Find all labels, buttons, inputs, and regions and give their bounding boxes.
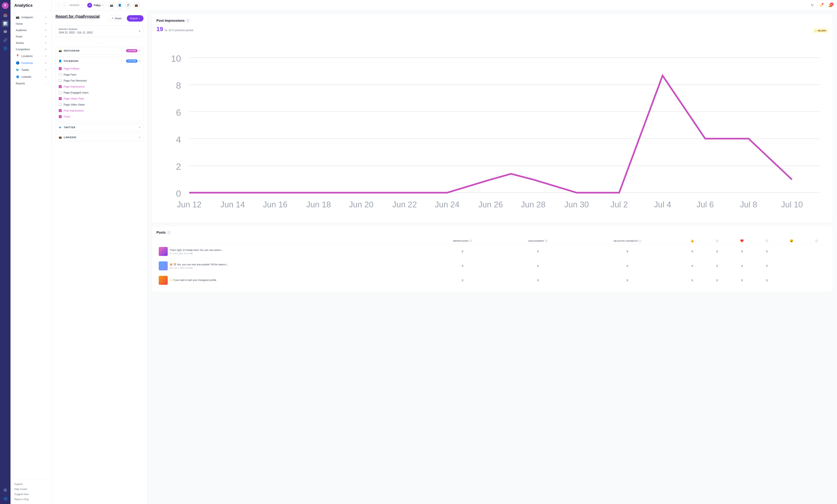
metric-page-engaged-users[interactable]: Page Engaged Users	[56, 90, 143, 96]
post-thumbnail	[159, 262, 168, 270]
instagram-section-header[interactable]: 📸 INSTAGRAM 1 ACTIVE ▾	[56, 47, 143, 55]
instagram-platform-icon: 📸	[108, 2, 115, 8]
sidebar-item-audience[interactable]: Audience ▾	[14, 27, 49, 33]
metric-page-impressions[interactable]: Page Impressions	[56, 84, 143, 90]
share-button[interactable]: ↗ Share	[108, 15, 125, 21]
platform-tiktok[interactable]: 🎵	[125, 2, 132, 9]
sidebar-item-label-audience: Audience	[16, 29, 26, 32]
col-header-heart: ❤️	[729, 237, 755, 244]
messages-icon[interactable]: 💬	[2, 29, 8, 35]
sidebar-item-posts[interactable]: Posts ▾	[14, 33, 49, 40]
users-icon[interactable]: 👥	[2, 495, 8, 502]
sidebar-item-twitter[interactable]: 🐦 Twitter ▾	[14, 66, 49, 73]
col-header-negative-feedback: NEGATIVE FEEDBACK ?	[576, 237, 679, 244]
report-bug-link[interactable]: Report a Bug	[14, 497, 49, 502]
post-neg-feedback-2: 0	[576, 259, 679, 273]
sidebar-item-competitors[interactable]: Competitors ▾	[14, 46, 49, 53]
post-impressions-checkbox[interactable]	[59, 109, 62, 112]
platform-facebook[interactable]: 📘	[116, 2, 123, 9]
metric-page-follows[interactable]: Page Follows	[56, 66, 143, 72]
table-row: That's right, it's finally here! You can…	[157, 244, 828, 259]
sidebar-item-label-stories: Stories	[16, 41, 24, 44]
facebook-platform-name: 📘 FACEBOOK	[59, 60, 78, 62]
refresh-icon[interactable]: ↻	[809, 2, 815, 8]
metric-page-fans[interactable]: Page Fans	[56, 72, 143, 78]
chevron-down-icon: ▾	[102, 4, 103, 6]
calendar-icon[interactable]: 📅	[2, 12, 8, 19]
page-fans-checkbox[interactable]	[59, 73, 62, 76]
notification-badge: 50+	[830, 3, 834, 6]
account-name: Pallyy	[94, 4, 101, 7]
posts-checkbox[interactable]	[59, 115, 62, 118]
post-text-2: 🎉 🎊 Yes, you can now auto-publish TikTok…	[170, 263, 229, 266]
sidebar-item-instagram[interactable]: 📸 Instagram ▾	[14, 14, 49, 21]
help-center-link[interactable]: Help Center	[14, 487, 49, 492]
posts-info-icon[interactable]: ?	[167, 231, 171, 234]
metric-page-video-views[interactable]: Page Video Views	[56, 102, 143, 108]
lightning-icon[interactable]: ⚡	[818, 2, 824, 8]
svg-text:6: 6	[176, 108, 181, 118]
table-row: ✨ If you had to start your Instagram pro…	[157, 273, 828, 288]
chevron-down-icon: ▾	[139, 29, 140, 33]
col-header-thumbsup: 👍	[679, 237, 706, 244]
page-follows-checkbox[interactable]	[59, 67, 62, 70]
download-icon: ↓	[139, 17, 140, 20]
post-thumbnail	[159, 247, 168, 256]
settings-icon[interactable]: ⚙️	[2, 487, 8, 493]
metric-page-fan-removes[interactable]: Page Fan Removes	[56, 78, 143, 84]
svg-text:Jun 22: Jun 22	[392, 200, 417, 209]
support-link[interactable]: Support	[14, 482, 49, 487]
period-selector[interactable]: REPORT PERIOD JUN 12, 2022 - JUL 11, 202…	[55, 25, 143, 37]
export-button[interactable]: Export ↓	[127, 15, 143, 21]
post-r4-3: 0	[755, 273, 778, 288]
metric-posts[interactable]: Posts	[56, 114, 143, 120]
sidebar-item-linkedin[interactable]: 🔷 LinkedIn ▾	[14, 73, 49, 80]
metric-page-views-total[interactable]: Page Views Total	[56, 96, 143, 102]
page-fan-removes-checkbox[interactable]	[59, 79, 62, 82]
svg-text:Jul 4: Jul 4	[654, 200, 671, 209]
sidebar-item-reports[interactable]: Reports ›	[14, 80, 49, 87]
sidebar-item-stories[interactable]: Stories ▾	[14, 40, 49, 46]
platform-linkedin[interactable]: 💼	[133, 2, 140, 9]
post-r3-2: 0	[729, 259, 755, 273]
notification-bell-icon[interactable]: 🔔 50+	[827, 2, 833, 8]
links-icon[interactable]: 🔗	[2, 37, 8, 43]
nav-back-button[interactable]: ‹	[55, 3, 61, 8]
suggest-idea-link[interactable]: Suggest Idea	[14, 492, 49, 497]
chevron-down-icon: ▾	[45, 69, 46, 71]
sidebar-item-home[interactable]: Home ▾	[14, 21, 49, 27]
platform-instagram[interactable]: 📸	[108, 2, 115, 9]
twitter-section-header[interactable]: 🐦 TWITTER ▾	[56, 124, 143, 131]
page-views-total-checkbox[interactable]	[59, 97, 62, 100]
metric-post-impressions[interactable]: Post Impressions	[56, 108, 143, 114]
nav-arrows: ‹ ›	[55, 3, 67, 8]
page-engaged-users-label: Page Engaged Users	[64, 91, 89, 94]
page-impressions-checkbox[interactable]	[59, 85, 62, 88]
col-header-r2: ?	[706, 237, 729, 244]
chevron-down-icon: ▾	[45, 48, 46, 51]
sidebar-title: Analytics	[11, 0, 52, 11]
sidebar-item-locations[interactable]: 📍 Locations ▾	[14, 53, 49, 59]
facebook-section-header[interactable]: 📘 FACEBOOK 5 ACTIVE ▾	[56, 57, 143, 65]
chart-info-icon[interactable]: ?	[186, 19, 190, 22]
sidebar-item-label-competitors: Competitors	[16, 48, 30, 51]
page-video-views-checkbox[interactable]	[59, 103, 62, 106]
app-logo[interactable]: P	[2, 2, 8, 9]
twitter-icon: 🐦	[16, 68, 19, 72]
post-impressions-1: 0	[425, 244, 500, 259]
impressions-info-icon[interactable]: ?	[469, 240, 472, 242]
negative-feedback-info-icon[interactable]: ?	[639, 240, 641, 242]
account-selector[interactable]: P Pallyy ▾	[85, 1, 106, 9]
engagement-info-icon[interactable]: ?	[545, 240, 548, 242]
sidebar-item-facebook[interactable]: 🔵 Facebook ▾	[14, 59, 49, 66]
linkedin-section-header[interactable]: 💼 LINKEDIN ▾	[56, 134, 143, 141]
page-engaged-users-checkbox[interactable]	[59, 91, 62, 94]
instagram-section: 📸 INSTAGRAM 1 ACTIVE ▾	[55, 47, 143, 55]
more-options-button[interactable]: ···	[55, 40, 143, 47]
analytics-icon[interactable]: 📊	[2, 20, 8, 27]
svg-text:4: 4	[176, 134, 181, 145]
sidebar-item-label-locations: Locations	[21, 55, 33, 57]
nav-forward-button[interactable]: ›	[61, 3, 67, 8]
globe-icon[interactable]: 🌐	[2, 45, 8, 52]
post-date-2: Thu, Jul 7, 2022 9:24 AM	[170, 267, 229, 269]
